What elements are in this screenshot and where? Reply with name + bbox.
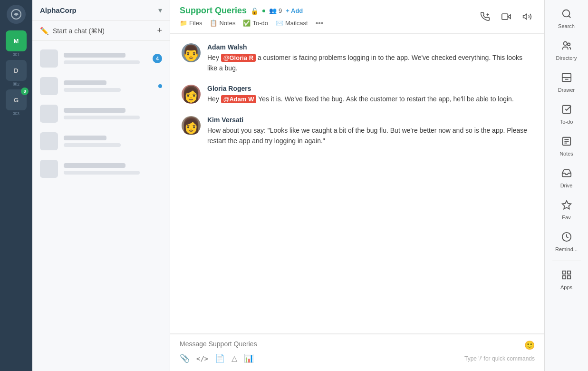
main-content: Support Queries 🔒 👥 9 + Add 📁 Files 📋 No… (170, 0, 544, 371)
remind-icon (561, 232, 572, 244)
fav-icon (561, 200, 572, 213)
channel-title-area: Support Queries 🔒 👥 9 + Add 📁 Files 📋 No… (180, 6, 323, 28)
input-hint: Type '/' for quick commands (464, 355, 535, 362)
message-item: Adam Walsh Hey @Gloria R a customer is f… (182, 43, 533, 73)
chat-preview-placeholder (64, 60, 140, 64)
message-author: Kim Versati (207, 116, 533, 124)
avatar (40, 132, 58, 150)
dropdown-icon[interactable]: ▾ (158, 6, 162, 15)
tab-todo[interactable]: ✅ To-do (243, 19, 268, 28)
svg-rect-11 (562, 106, 570, 114)
add-members-button[interactable]: + Add (286, 7, 303, 14)
chat-item[interactable]: 4 (32, 45, 170, 72)
right-item-notes[interactable]: Notes (548, 131, 586, 161)
code-icon[interactable]: </> (196, 355, 208, 362)
svg-point-7 (567, 43, 570, 46)
drawer-icon (561, 72, 572, 85)
workspace-item-label: D (14, 67, 18, 74)
right-item-drawer[interactable]: Drawer (548, 68, 586, 98)
phone-icon[interactable] (478, 9, 493, 24)
search-label: Search (558, 23, 575, 29)
tab-files[interactable]: 📁 Files (180, 19, 202, 28)
chart-icon[interactable]: 📊 (244, 353, 254, 363)
tab-notes-label: Notes (219, 20, 235, 27)
chat-info (64, 108, 162, 119)
chat-item[interactable] (32, 127, 170, 155)
video-icon[interactable] (499, 9, 514, 24)
workspace-item-label: G (14, 97, 19, 104)
lock-icon: 🔒 (251, 7, 259, 15)
right-item-drive[interactable]: Drive (548, 163, 586, 193)
input-toolbar: 📎 </> 📄 △ 📊 Type '/' for quick commands (180, 353, 535, 363)
mention-adam: @Adam W (221, 95, 257, 103)
avatar (40, 105, 58, 123)
message-author: Adam Walsh (207, 43, 533, 51)
svg-rect-18 (562, 271, 565, 274)
notes-icon (561, 136, 572, 149)
message-body: Adam Walsh Hey @Gloria R a customer is f… (207, 43, 533, 73)
svg-rect-21 (567, 276, 570, 279)
drive-icon (561, 168, 572, 181)
new-chat-label: Start a chat (⌘N) (53, 27, 153, 35)
message-item: Kim Versati How about you say: "Looks li… (182, 116, 533, 146)
chat-list: 4 (32, 41, 170, 371)
todo-icon: ✅ (243, 20, 251, 27)
input-tools: 📎 </> 📄 △ 📊 (180, 353, 254, 363)
drive-icon[interactable]: △ (231, 354, 237, 363)
workspace-logo[interactable] (7, 5, 26, 24)
svg-rect-20 (562, 276, 565, 279)
chat-info (64, 80, 153, 92)
chat-badge: 4 (153, 54, 162, 63)
workspace-shortcut-1: ⌘1 (13, 52, 19, 57)
right-item-remind[interactable]: Remind... (548, 227, 586, 257)
right-item-fav[interactable]: Fav (548, 195, 586, 225)
channel-actions (478, 9, 535, 24)
svg-point-6 (563, 42, 567, 45)
todo-icon (561, 104, 572, 117)
message-input[interactable] (180, 340, 524, 348)
new-chat-plus-icon[interactable]: + (157, 26, 162, 36)
channel-header: Support Queries 🔒 👥 9 + Add 📁 Files 📋 No… (170, 0, 544, 34)
drawer-label: Drawer (558, 87, 575, 93)
drive-label: Drive (560, 183, 573, 188)
right-item-directory[interactable]: Directory (548, 36, 586, 66)
tab-mailcast-label: Mailcast (285, 20, 308, 27)
right-item-apps[interactable]: Apps (548, 265, 586, 295)
avatar (182, 116, 201, 135)
workspace-item-d2[interactable]: D (6, 60, 27, 81)
tab-mailcast[interactable]: ✉️ Mailcast (276, 19, 308, 28)
tab-notes[interactable]: 📋 Notes (210, 19, 235, 28)
messages-area: Adam Walsh Hey @Gloria R a customer is f… (170, 34, 544, 333)
emoji-icon[interactable]: 🙂 (524, 340, 535, 351)
apps-label: Apps (560, 284, 572, 290)
channel-title-row: Support Queries 🔒 👥 9 + Add (180, 6, 323, 16)
right-item-search[interactable]: Search (548, 4, 586, 34)
chat-preview-placeholder (64, 88, 121, 92)
sidebar-header: AlphaCorp ▾ (32, 0, 170, 21)
speaker-icon[interactable] (520, 9, 535, 24)
svg-rect-19 (567, 271, 570, 274)
workspace-item-g3[interactable]: G 8 (6, 89, 27, 110)
directory-icon (561, 40, 572, 53)
avatar (182, 43, 201, 62)
notes-icon: 📋 (210, 20, 217, 27)
more-options-button[interactable]: ••• (316, 19, 324, 28)
message-input-area: 🙂 📎 </> 📄 △ 📊 Type '/' for quick command… (170, 334, 544, 371)
chat-item[interactable] (32, 155, 170, 183)
right-item-todo[interactable]: To-do (548, 99, 586, 129)
avatar (40, 160, 58, 178)
channel-members: 👥 9 (269, 7, 282, 14)
message-author: Gloria Rogers (207, 85, 533, 92)
chat-preview-placeholder (64, 171, 140, 175)
chat-item[interactable] (32, 72, 170, 100)
new-chat-bar[interactable]: ✏️ Start a chat (⌘N) + (32, 21, 170, 41)
workspace-item-m1[interactable]: M (6, 30, 27, 51)
doc-icon[interactable]: 📄 (215, 353, 225, 363)
chat-item[interactable] (32, 100, 170, 127)
workspace-shortcut-2: ⌘2 (13, 82, 19, 87)
svg-marker-3 (523, 14, 527, 20)
online-dot (262, 10, 265, 12)
avatar (40, 49, 58, 68)
attach-icon[interactable]: 📎 (180, 353, 190, 363)
message-text: How about you say: "Looks like we caught… (207, 126, 533, 146)
